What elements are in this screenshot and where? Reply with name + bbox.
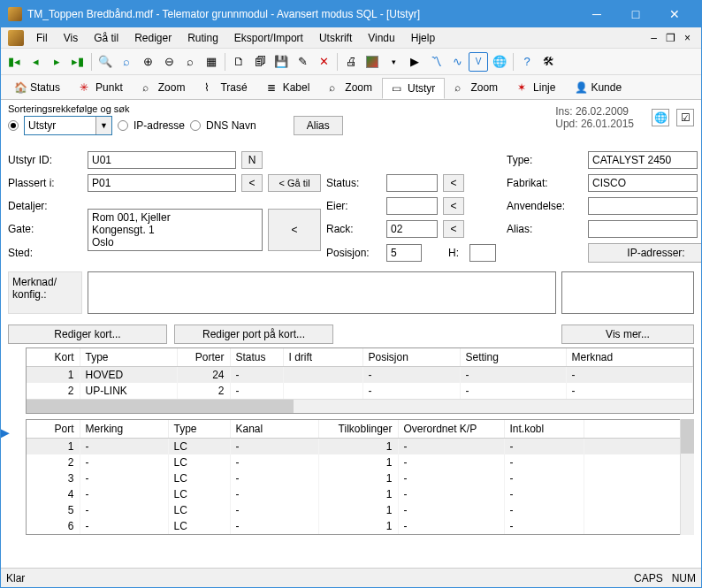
menu-ruting[interactable]: Ruting xyxy=(180,29,225,47)
map-icon[interactable] xyxy=(362,52,382,72)
details-lookup-button[interactable]: < xyxy=(268,209,321,251)
menu-vis[interactable]: Vis xyxy=(57,29,85,47)
table-row[interactable]: 3-LC-1-- xyxy=(27,470,693,486)
menu-gatil[interactable]: Gå til xyxy=(87,29,126,47)
col-port[interactable]: Port xyxy=(27,420,80,439)
chart-icon[interactable]: 〽 xyxy=(426,52,446,72)
tools-icon[interactable]: 🛠 xyxy=(538,52,558,72)
help-icon[interactable]: ? xyxy=(517,52,537,72)
copy-icon[interactable]: 🗐 xyxy=(250,52,270,72)
tab-utstyr[interactable]: ▭Utstyr xyxy=(382,78,445,99)
col-posisjon[interactable]: Posisjon xyxy=(362,348,460,367)
table-row[interactable]: 1HOVED24---- xyxy=(27,367,693,384)
rediger-kort-button[interactable]: Rediger kort... xyxy=(8,325,167,344)
col-over[interactable]: Overordnet K/P xyxy=(398,420,504,439)
new-icon[interactable]: 🗋 xyxy=(229,52,248,72)
type-field[interactable] xyxy=(588,151,698,169)
posisjon-field[interactable] xyxy=(386,244,422,262)
globe-icon[interactable]: 🌐 xyxy=(490,52,509,72)
col-type[interactable]: Type xyxy=(80,348,177,367)
col-porter[interactable]: Porter xyxy=(177,348,230,367)
maximize-button[interactable]: □ xyxy=(616,1,655,27)
col-kort[interactable]: Kort xyxy=(27,348,80,367)
print-icon[interactable]: 🖨 xyxy=(341,52,361,72)
anvendelse-field[interactable] xyxy=(588,197,698,215)
nav-prev-icon[interactable]: ◂ xyxy=(26,52,45,72)
tab-status[interactable]: 🏠Status xyxy=(4,77,70,98)
save-icon[interactable]: 💾 xyxy=(271,52,291,72)
col-idrift[interactable]: I drift xyxy=(283,348,362,367)
search-icon[interactable]: ⌕ xyxy=(117,52,136,72)
alias-field[interactable] xyxy=(588,220,698,238)
tab-zoom-2[interactable]: ⌕Zoom xyxy=(319,77,382,98)
table-row[interactable]: 2-LC-1-- xyxy=(27,454,693,470)
tab-zoom-1[interactable]: ⌕Zoom xyxy=(133,77,195,98)
col-kanal[interactable]: Kanal xyxy=(230,420,318,439)
nav-next-icon[interactable]: ▸ xyxy=(47,52,66,72)
table-row[interactable]: 4-LC-1-- xyxy=(27,486,693,502)
col-setting[interactable]: Setting xyxy=(460,348,566,367)
tab-punkt[interactable]: ✳Punkt xyxy=(70,77,133,98)
ip-list[interactable] xyxy=(561,271,694,314)
minimize-button[interactable]: ─ xyxy=(577,1,616,27)
col-tilk[interactable]: Tilkoblinger xyxy=(318,420,398,439)
sort-combo[interactable]: ▼ xyxy=(24,116,112,135)
alias-button[interactable]: Alias xyxy=(294,116,343,135)
tab-trase[interactable]: ⌇Trasé xyxy=(195,77,256,98)
rack-lookup-button[interactable]: < xyxy=(443,220,464,238)
delete-icon[interactable]: ✕ xyxy=(314,52,333,72)
col-merknad[interactable]: Merknad xyxy=(566,348,693,367)
close-button[interactable]: ✕ xyxy=(655,1,694,27)
radio-utstyr[interactable] xyxy=(8,120,19,131)
menu-vindu[interactable]: Vindu xyxy=(361,29,401,47)
table-row[interactable]: 6-LC-1-- xyxy=(27,518,693,534)
plassert-lookup-button[interactable]: < xyxy=(241,174,263,192)
mdi-minimize-button[interactable]: – xyxy=(647,32,660,44)
flag-icon[interactable]: ▶ xyxy=(405,52,424,72)
chevron-down-icon[interactable]: ▼ xyxy=(95,117,111,134)
binoculars-icon[interactable]: 🔍 xyxy=(95,52,115,72)
menu-eksport[interactable]: Eksport/Import xyxy=(227,29,310,47)
zoom-out-icon[interactable]: ⊖ xyxy=(159,52,179,72)
utstyr-id-field[interactable] xyxy=(88,151,236,169)
zoom-reset-icon[interactable]: ⌕ xyxy=(180,52,200,72)
status-lookup-button[interactable]: < xyxy=(443,174,464,192)
n-button[interactable]: N xyxy=(241,151,263,169)
globe-link-icon[interactable]: 🌐 xyxy=(652,109,669,126)
table-row[interactable]: 1-LC-1-- xyxy=(27,439,693,455)
ip-addresses-button[interactable]: IP-adresser: xyxy=(588,243,702,263)
table-row[interactable]: 2UP-LINK2---- xyxy=(27,383,693,399)
h-field[interactable] xyxy=(469,244,496,262)
nav-last-icon[interactable]: ▸▮ xyxy=(68,52,88,72)
zoom-in-icon[interactable]: ⊕ xyxy=(138,52,157,72)
col-merking[interactable]: Merking xyxy=(80,420,168,439)
menu-hjelp[interactable]: Hjelp xyxy=(404,29,442,47)
edit-icon[interactable]: ✎ xyxy=(293,52,312,72)
radio-dns[interactable] xyxy=(190,120,201,131)
merknad-textarea[interactable] xyxy=(88,271,556,314)
grid1-h-scrollbar[interactable] xyxy=(27,399,693,413)
col-type2[interactable]: Type xyxy=(168,420,230,439)
grid-icon[interactable]: ▦ xyxy=(202,52,221,72)
vis-mer-button[interactable]: Vis mer... xyxy=(561,325,694,344)
checklist-icon[interactable]: ☑ xyxy=(676,109,694,126)
map-drop-icon[interactable]: ▾ xyxy=(384,52,403,72)
eier-lookup-button[interactable]: < xyxy=(443,197,464,215)
rediger-port-button[interactable]: Rediger port på kort... xyxy=(174,325,333,344)
wave-icon[interactable]: ∿ xyxy=(447,52,467,72)
menu-fil[interactable]: Fil xyxy=(29,29,55,47)
nav-first-icon[interactable]: ▮◂ xyxy=(4,52,24,72)
mdi-close-button[interactable]: × xyxy=(681,32,694,44)
menu-rediger[interactable]: Rediger xyxy=(127,29,179,47)
rack-field[interactable] xyxy=(386,220,438,238)
col-status[interactable]: Status xyxy=(230,348,283,367)
status-field[interactable] xyxy=(386,174,438,192)
grid2-v-scrollbar[interactable] xyxy=(680,419,694,535)
tab-kabel[interactable]: ≣Kabel xyxy=(257,77,320,98)
fabrikat-field[interactable] xyxy=(588,174,698,192)
table-row[interactable]: 5-LC-1-- xyxy=(27,502,693,518)
eier-field[interactable] xyxy=(386,197,438,215)
tab-linje[interactable]: ✶Linje xyxy=(507,77,565,98)
sort-combo-input[interactable] xyxy=(25,117,95,134)
tab-zoom-3[interactable]: ⌕Zoom xyxy=(445,77,507,98)
